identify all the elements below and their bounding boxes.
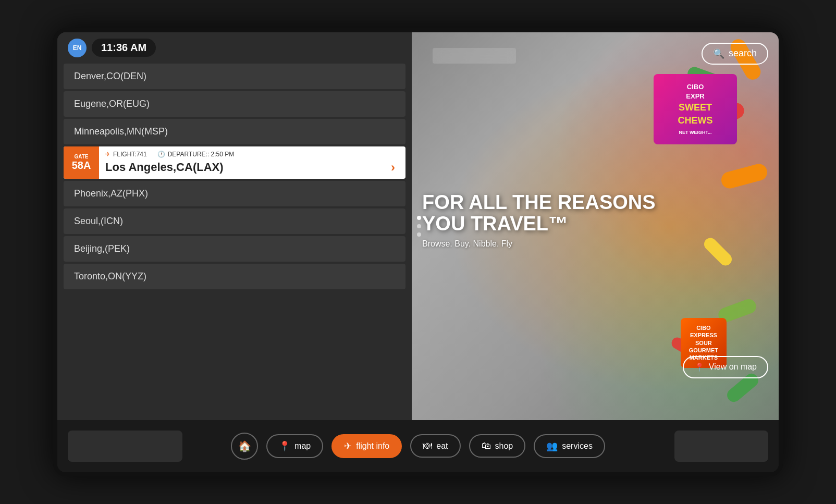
header-bar: EN 11:36 AM: [57, 32, 412, 64]
view-on-map-button[interactable]: 📍 View on map: [683, 356, 768, 378]
chevron-right-icon: ›: [391, 160, 395, 175]
nav-shop-button[interactable]: 🛍 shop: [469, 434, 526, 458]
search-button[interactable]: 🔍 search: [702, 43, 768, 65]
flight-list: Denver,CO(DEN) Eugene,OR(EUG) Minneapoli…: [57, 64, 412, 420]
active-city: Los Angeles,CA(LAX) ›: [105, 160, 395, 175]
nav-map-button[interactable]: 📍 map: [266, 434, 323, 458]
nav-blurred-right: [674, 431, 768, 462]
right-panel: 🔍 search: [412, 32, 779, 420]
time-display: 11:36 AM: [92, 39, 156, 57]
shop-nav-icon: 🛍: [482, 440, 491, 451]
bottom-nav: 🏠 📍 map ✈ flight info 🍽 eat 🛍 shop 👥 ser: [57, 420, 779, 472]
ad-background: 🔍 search: [412, 32, 779, 420]
eat-nav-icon: 🍽: [423, 440, 432, 451]
carousel-dot-3[interactable]: [417, 232, 421, 237]
clock-icon: 🕐: [157, 151, 165, 158]
plane-icon: ✈: [105, 151, 110, 158]
nav-services-label: services: [562, 441, 593, 451]
services-nav-icon: 👥: [546, 440, 558, 452]
home-icon: 🏠: [238, 440, 251, 452]
main-content: EN 11:36 AM Denver,CO(DEN) Eugene,OR(EUG…: [57, 32, 779, 420]
carousel-dot-2[interactable]: [417, 224, 421, 228]
nav-map-label: map: [294, 441, 311, 451]
language-badge[interactable]: EN: [68, 39, 87, 57]
screen: EN 11:36 AM Denver,CO(DEN) Eugene,OR(EUG…: [57, 32, 779, 472]
departure-meta: 🕐 DEPARTURE:: 2:50 PM: [157, 151, 235, 158]
search-label: search: [729, 48, 757, 59]
flight-details: ✈ FLIGHT:741 🕐 DEPARTURE:: 2:50 PM: [105, 151, 395, 158]
list-item[interactable]: Denver,CO(DEN): [64, 64, 405, 89]
map-nav-icon: 📍: [279, 440, 290, 452]
cibo-brand-box: CIBOEXPRSWEETCHEWS NET WEIGHT...: [654, 74, 737, 144]
active-flight-item[interactable]: GATE 58A ✈ FLIGHT:741 🕐: [64, 146, 405, 179]
home-button[interactable]: 🏠: [231, 433, 258, 460]
carousel-dots: [417, 216, 421, 237]
nav-blurred-left: [68, 431, 182, 462]
nav-flight-info-label: flight info: [356, 441, 389, 451]
search-icon: 🔍: [713, 48, 724, 59]
ad-title: FOR ALL THE REASONS YOU TRAVEL™: [422, 192, 662, 236]
gate-number: 58A: [72, 159, 91, 171]
nav-eat-button[interactable]: 🍽 eat: [410, 434, 460, 458]
gate-badge: GATE 58A: [64, 146, 99, 179]
brand-logo-blurred: [433, 48, 516, 64]
list-item[interactable]: Seoul,(ICN): [64, 208, 405, 234]
nav-flight-info-button[interactable]: ✈ flight info: [331, 434, 402, 458]
nav-services-button[interactable]: 👥 services: [534, 434, 605, 458]
list-item[interactable]: Phoenix,AZ(PHX): [64, 181, 405, 206]
ad-headline: FOR ALL THE REASONS YOU TRAVEL™ Browse. …: [422, 192, 662, 249]
list-item[interactable]: Eugene,OR(EUG): [64, 91, 405, 117]
carousel-dot-1[interactable]: [417, 216, 421, 220]
tv-frame: EN 11:36 AM Denver,CO(DEN) Eugene,OR(EUG…: [53, 28, 783, 476]
nav-shop-label: shop: [495, 441, 513, 451]
gate-label: GATE: [74, 154, 88, 159]
view-on-map-label: View on map: [709, 362, 757, 372]
nav-eat-label: eat: [436, 441, 448, 451]
list-item[interactable]: Minneapolis,MN(MSP): [64, 119, 405, 144]
flight-nav-icon: ✈: [344, 440, 352, 452]
left-panel: EN 11:36 AM Denver,CO(DEN) Eugene,OR(EUG…: [57, 32, 412, 420]
map-pin-icon: 📍: [694, 362, 705, 372]
flight-number-meta: ✈ FLIGHT:741: [105, 151, 147, 158]
list-item[interactable]: Toronto,ON(YYZ): [64, 264, 405, 289]
ad-subtext: Browse. Buy. Nibble. Fly: [422, 239, 662, 249]
list-item[interactable]: Beijing,(PEK): [64, 236, 405, 262]
